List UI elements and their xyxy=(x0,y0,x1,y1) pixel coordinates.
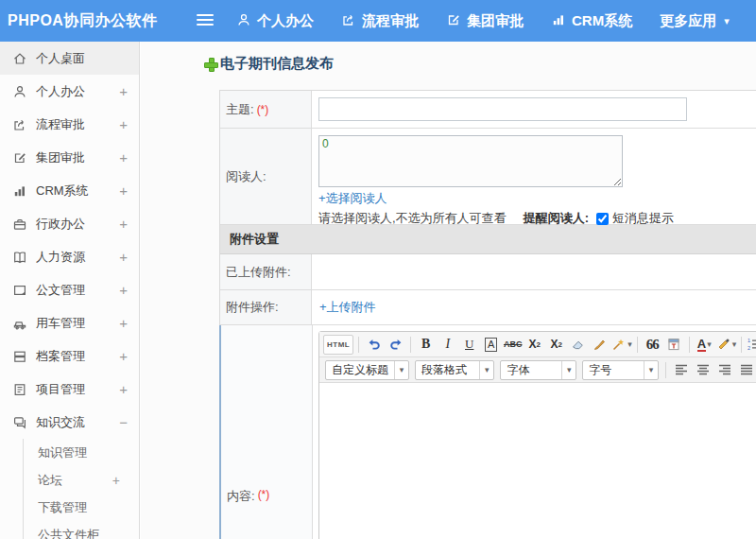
sidebar-item-vehicle[interactable]: 用车管理 + xyxy=(0,306,139,339)
chart-icon xyxy=(551,12,566,30)
sidebar-item-official-doc[interactable]: 公文管理 + xyxy=(0,273,139,306)
project-icon xyxy=(12,382,27,397)
home-icon xyxy=(12,51,27,66)
uploaded-attachments-row: 已上传附件: xyxy=(220,254,756,290)
expand-plus[interactable]: + xyxy=(119,216,128,232)
highlight-color-button[interactable]: ▾ xyxy=(716,335,737,355)
eraser-icon[interactable] xyxy=(568,335,588,355)
subject-label: 主题: xyxy=(226,101,254,118)
expand-plus[interactable]: + xyxy=(119,183,128,199)
sms-remind-label: 短消息提示 xyxy=(612,210,674,227)
required-mark: (*) xyxy=(258,488,270,501)
expand-plus[interactable]: + xyxy=(119,381,128,397)
expand-plus[interactable]: + xyxy=(119,83,128,99)
font-color-button[interactable]: A▾ xyxy=(695,335,714,355)
sidebar-item-crm[interactable]: CRM系统 + xyxy=(0,174,139,207)
chevron-down-icon: ▾ xyxy=(479,361,493,379)
font-family-select[interactable]: 字体▾ xyxy=(500,360,576,380)
align-center-button[interactable] xyxy=(693,360,713,380)
superscript-button[interactable]: X2 xyxy=(524,335,544,355)
redo-icon[interactable] xyxy=(386,335,405,355)
sidebar-item-project[interactable]: 项目管理 + xyxy=(0,373,139,406)
sidebar-item-desktop[interactable]: 个人桌面 xyxy=(0,42,139,75)
font-style-button[interactable]: A xyxy=(485,338,497,352)
sidebar-item-knowledge[interactable]: 知识交流 − xyxy=(0,406,139,439)
edit-icon xyxy=(12,150,27,165)
hamburger-menu-icon[interactable] xyxy=(197,14,214,27)
heading-select[interactable]: 自定义标题▾ xyxy=(325,360,409,380)
align-justify-button[interactable] xyxy=(736,360,756,380)
expand-plus[interactable]: + xyxy=(112,473,120,488)
readers-hint: 请选择阅读人,不选为所有人可查看 xyxy=(318,210,507,227)
readers-row: 阅读人: 0 +选择阅读人 请选择阅读人,不选为所有人可查看 提醒阅读人: 短消… xyxy=(220,129,756,225)
sms-remind-checkbox[interactable] xyxy=(596,213,609,225)
expand-plus[interactable]: + xyxy=(119,149,128,165)
chevron-down-icon: ▾ xyxy=(561,361,576,379)
sidebar-subitem-download-mgmt[interactable]: 下载管理 xyxy=(24,494,139,521)
chevron-down-icon: ▾ xyxy=(394,361,408,379)
sidebar-item-group-approval[interactable]: 集团审批 + xyxy=(0,141,139,174)
align-right-button[interactable] xyxy=(714,360,734,380)
green-plus-icon xyxy=(204,58,216,70)
undo-icon[interactable] xyxy=(364,335,384,355)
subscript-button[interactable]: X2 xyxy=(546,335,566,355)
sidebar-item-admin-office[interactable]: 行政办公 + xyxy=(0,207,139,240)
font-size-select[interactable]: 字号▾ xyxy=(582,360,659,380)
select-readers-link[interactable]: +选择阅读人 xyxy=(318,190,387,207)
required-mark: (*) xyxy=(257,103,269,116)
main-content: 电子期刊信息发布 主题: (*) 阅读人: 0 +选择阅读人 请选择阅读人,不选… xyxy=(141,42,756,539)
document-icon xyxy=(12,283,27,298)
paste-text-icon[interactable] xyxy=(664,335,684,355)
nav-workflow-approval[interactable]: 流程审批 xyxy=(341,12,419,30)
sidebar-item-archives[interactable]: 档案管理 + xyxy=(0,339,139,373)
chat-icon xyxy=(12,415,27,430)
subject-input[interactable] xyxy=(318,97,687,121)
expand-plus[interactable]: + xyxy=(119,315,128,331)
svg-text:2: 2 xyxy=(747,345,750,351)
sidebar-item-personal-office[interactable]: 个人办公 + xyxy=(0,75,139,108)
expand-plus[interactable]: + xyxy=(119,249,128,265)
nav-group-approval[interactable]: 集团审批 xyxy=(446,12,524,30)
sidebar-subitem-forum[interactable]: 论坛 + xyxy=(24,466,139,494)
app-logo: PHPOA协同办公软件 xyxy=(8,0,157,42)
content-row: 内容: (*) HTML B I U A ABC xyxy=(219,325,756,539)
content-label: 内容: xyxy=(227,488,255,505)
page-title: 电子期刊信息发布 xyxy=(204,55,334,73)
paragraph-format-select[interactable]: 段落格式▾ xyxy=(415,360,494,380)
italic-button[interactable]: I xyxy=(438,335,457,355)
strikethrough-button[interactable]: ABC xyxy=(503,335,523,355)
attachment-section-header: 附件设置 xyxy=(220,225,756,254)
html-source-button[interactable]: HTML xyxy=(323,335,353,355)
sidebar-subitem-public-cabinet[interactable]: 公共文件柜 xyxy=(24,521,139,539)
sidebar-item-hr[interactable]: 人力资源 + xyxy=(0,240,139,273)
format-brush-icon[interactable] xyxy=(590,335,610,355)
expand-plus[interactable]: + xyxy=(119,348,128,364)
expand-plus[interactable]: + xyxy=(119,282,128,298)
attachment-ops-label: 附件操作: xyxy=(226,299,279,316)
ordered-list-button[interactable]: 12▾ xyxy=(747,335,756,355)
nav-more-apps[interactable]: 更多应用 ▾ xyxy=(660,12,730,30)
car-icon xyxy=(12,316,27,331)
auto-format-icon[interactable]: ▾ xyxy=(611,335,632,355)
editor-toolbar-row2: 自定义标题▾ 段落格式▾ 字体▾ 字号▾ xyxy=(319,357,756,383)
expand-plus[interactable]: + xyxy=(119,116,128,132)
briefcase-icon xyxy=(12,217,27,232)
archive-icon xyxy=(12,349,27,364)
readers-textarea[interactable]: 0 xyxy=(318,135,623,187)
editor-content-area[interactable] xyxy=(319,383,756,539)
collapse-minus[interactable]: − xyxy=(119,414,128,430)
underline-button[interactable]: U xyxy=(459,335,479,355)
blockquote-button[interactable]: 66 xyxy=(643,335,662,355)
person-icon xyxy=(236,12,251,30)
upload-attachment-link[interactable]: +上传附件 xyxy=(319,299,376,316)
nav-crm[interactable]: CRM系统 xyxy=(551,12,632,30)
sidebar-subitem-knowledge-mgmt[interactable]: 知识管理 xyxy=(24,439,139,466)
sidebar-submenu-knowledge: 知识管理 论坛 + 下载管理 公共文件柜 xyxy=(23,439,139,539)
bold-button[interactable]: B xyxy=(416,335,436,355)
edit-icon xyxy=(446,12,461,30)
svg-text:1: 1 xyxy=(747,338,750,343)
chart-icon xyxy=(12,183,27,199)
sidebar-item-workflow-approval[interactable]: 流程审批 + xyxy=(0,108,139,141)
nav-personal-office[interactable]: 个人办公 xyxy=(236,12,314,30)
align-left-button[interactable] xyxy=(671,360,691,380)
